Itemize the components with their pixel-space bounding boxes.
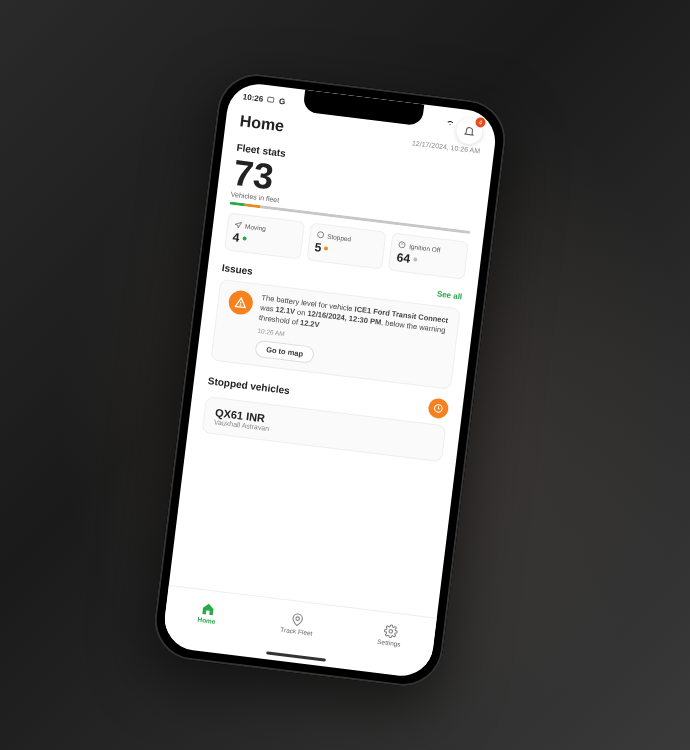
- warning-icon: [227, 289, 254, 316]
- nav-label: Track Fleet: [280, 625, 313, 636]
- location-icon: [290, 612, 306, 628]
- stat-label: Moving: [245, 222, 267, 232]
- gear-icon: [383, 623, 399, 639]
- ignition-off-icon: [398, 240, 407, 249]
- home-icon: [200, 601, 216, 617]
- status-app-letter: G: [279, 96, 286, 106]
- svg-point-7: [388, 629, 392, 633]
- nav-label: Home: [197, 615, 216, 624]
- svg-point-6: [296, 616, 300, 620]
- stat-card-moving[interactable]: Moving 4: [224, 212, 305, 259]
- clock-icon: [433, 403, 444, 414]
- wifi-icon: [445, 116, 456, 127]
- scene-background: 10:26 G Home 4: [0, 0, 690, 750]
- stat-card-stopped[interactable]: Stopped 5: [306, 222, 387, 269]
- bell-icon: [463, 124, 476, 137]
- issues-label: Issues: [221, 262, 253, 277]
- nav-track-fleet[interactable]: Track Fleet: [280, 610, 315, 636]
- svg-rect-0: [268, 97, 275, 102]
- stat-label: Stopped: [327, 232, 352, 242]
- status-left: 10:26 G: [242, 92, 285, 106]
- page-title: Home: [239, 112, 285, 135]
- dot-orange-icon: [324, 246, 328, 250]
- scroll-content[interactable]: Fleet stats 73 Vehicles in fleet Moving: [169, 134, 492, 618]
- nav-label: Settings: [377, 637, 401, 647]
- stat-card-ignition-off[interactable]: Ignition Off 64: [388, 233, 469, 280]
- stopped-section-icon[interactable]: [427, 398, 449, 420]
- stopped-label: Stopped vehicles: [207, 375, 290, 396]
- nav-home[interactable]: Home: [197, 600, 218, 624]
- dot-green-icon: [242, 236, 246, 240]
- nav-settings[interactable]: Settings: [377, 622, 403, 647]
- notifications-button[interactable]: 4: [455, 117, 484, 146]
- phone-screen: 10:26 G Home 4: [161, 81, 498, 680]
- issue-body: The battery level for vehicle ICE1 Ford …: [254, 293, 448, 380]
- stat-value: 64: [396, 250, 411, 266]
- see-all-link[interactable]: See all: [436, 289, 462, 301]
- moving-icon: [234, 220, 243, 229]
- dot-grey-icon: [413, 257, 417, 261]
- message-icon: [267, 95, 276, 104]
- svg-point-2: [317, 231, 324, 238]
- android-home-handle[interactable]: [266, 651, 326, 661]
- go-to-map-button[interactable]: Go to map: [254, 340, 315, 364]
- stat-value: 4: [232, 230, 240, 245]
- stat-value: 5: [314, 240, 322, 255]
- stopped-icon: [316, 230, 325, 239]
- progress-moving: [230, 201, 245, 206]
- status-time: 10:26: [242, 92, 263, 103]
- svg-point-4: [240, 305, 241, 306]
- progress-stopped: [244, 203, 261, 208]
